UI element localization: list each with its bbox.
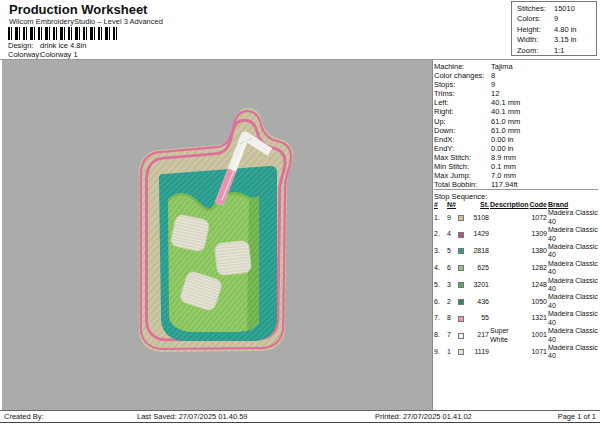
machine-row: Left:40.1 mm	[434, 98, 598, 107]
thread-brand: Madeira Classic 40	[548, 243, 598, 260]
thread-color-swatch	[458, 248, 464, 254]
footer-divider	[0, 410, 600, 411]
thread-color-swatch	[458, 316, 464, 322]
production-worksheet-page: Production Worksheet Wilcom EmbroiderySt…	[0, 0, 600, 424]
seq-num: 5.	[434, 281, 446, 289]
thread-brand: Madeira Classic 40	[548, 293, 598, 310]
thread-brand: Madeira Classic 40	[548, 260, 598, 277]
col-header-brand: Brand	[548, 201, 598, 209]
thread-brand: Madeira Classic 40	[548, 344, 598, 361]
thread-code: 1380	[528, 247, 547, 255]
col-header-stitch: St.	[469, 201, 489, 209]
stitch-count: 3201	[469, 281, 489, 289]
machine-settings-list: Machine:Tajima Color changes:8 Stops:9 T…	[434, 62, 598, 189]
colorway-row: Colorway: Colorway 1	[8, 50, 78, 59]
needle-num: 8	[447, 314, 457, 322]
thread-code: 1071	[528, 348, 547, 356]
stop-sequence-table: # N# St. Description Code Brand 1.951081…	[434, 201, 598, 361]
thread-brand: Madeira Classic 40	[548, 209, 598, 226]
thread-brand: Madeira Classic 40	[548, 226, 598, 243]
stitch-count: 5108	[469, 214, 489, 222]
seq-num: 9.	[434, 348, 446, 356]
seq-num: 3.	[434, 247, 446, 255]
col-header-needle: N#	[447, 201, 457, 209]
embroidery-design	[2, 60, 432, 410]
needle-num: 7	[447, 331, 457, 339]
needle-num: 1	[447, 348, 457, 356]
col-header-num: #	[434, 201, 446, 209]
printed-timestamp: Printed: 27/07/2025 01.41.02	[375, 412, 472, 421]
design-canvas	[2, 60, 433, 410]
stitch-count: 625	[469, 264, 489, 272]
page-number: Page 1 of 1	[558, 412, 596, 421]
machine-row: EndY:0.00 in	[434, 144, 598, 153]
thread-brand: Madeira Classic 40	[548, 310, 598, 327]
col-header-code: Code	[528, 201, 547, 209]
created-by-label: Created By:	[4, 412, 44, 421]
seq-num: 8.	[434, 331, 446, 339]
machine-row: Down:61.0 mm	[434, 126, 598, 135]
seq-num: 2.	[434, 230, 446, 238]
seq-num: 7.	[434, 314, 446, 322]
thread-code: 1072	[528, 214, 547, 222]
page-title: Production Worksheet	[9, 2, 147, 17]
thread-description: Super White	[490, 327, 527, 344]
thread-code: 1309	[528, 230, 547, 238]
seq-num: 6.	[434, 298, 446, 306]
seq-num: 4.	[434, 264, 446, 272]
stitch-count: 1429	[469, 230, 489, 238]
needle-num: 2	[447, 298, 457, 306]
colorway-label: Colorway:	[8, 50, 38, 59]
thread-color-swatch	[458, 265, 464, 271]
machine-row: Machine:Tajima	[434, 62, 598, 71]
thread-brand: Madeira Classic 40	[548, 327, 598, 344]
stitch-count: 217	[469, 331, 489, 339]
stitch-count: 55	[469, 314, 489, 322]
colorway-value: Colorway 1	[40, 50, 78, 59]
thread-color-swatch	[458, 215, 464, 221]
needle-num: 3	[447, 281, 457, 289]
stitch-count: 1119	[469, 348, 489, 356]
thread-code: 1050	[528, 298, 547, 306]
ice-cube	[170, 214, 210, 252]
stat-stitches: Stitches:15010	[517, 4, 596, 14]
thread-code: 1001	[528, 331, 547, 339]
stop-sequence-title: Stop Sequence:	[434, 192, 598, 201]
thread-color-swatch	[458, 282, 464, 288]
design-row: Design: drink ice 4.8in	[8, 41, 86, 50]
ice-cube	[214, 240, 251, 275]
thread-code: 1321	[528, 314, 547, 322]
app-version-subtitle: Wilcom EmbroideryStudio – Level 3 Advanc…	[9, 17, 163, 26]
thread-color-swatch	[458, 299, 464, 305]
thread-color-swatch	[458, 333, 464, 339]
needle-num: 9	[447, 214, 457, 222]
stat-zoom: Zoom:1:1	[517, 46, 596, 56]
machine-info-panel: Machine:Tajima Color changes:8 Stops:9 T…	[434, 60, 598, 410]
machine-row: Right:40.1 mm	[434, 107, 598, 116]
machine-row: Max Jump:7.0 mm	[434, 171, 598, 180]
page-bottom-border	[0, 422, 600, 423]
machine-row: Stops:9	[434, 80, 598, 89]
thread-brand: Madeira Classic 40	[548, 277, 598, 294]
thread-color-swatch	[458, 349, 464, 355]
stat-width: Width:3.15 in	[517, 35, 596, 45]
design-value: drink ice 4.8in	[40, 41, 86, 50]
stop-sequence-section: Stop Sequence: # N# St. Description Code…	[434, 189, 598, 361]
needle-num: 4	[447, 230, 457, 238]
machine-row: Color changes:8	[434, 71, 598, 80]
thread-code: 1282	[528, 264, 547, 272]
col-header-description: Description	[490, 201, 527, 209]
barcode	[8, 27, 120, 40]
machine-row: Min Stitch:0.1 mm	[434, 162, 598, 171]
needle-num: 6	[447, 264, 457, 272]
stitch-count: 436	[469, 298, 489, 306]
stitch-count: 2818	[469, 247, 489, 255]
seq-num: 1.	[434, 214, 446, 222]
needle-num: 5	[447, 247, 457, 255]
last-saved-timestamp: Last Saved: 27/07/2025 01.40.59	[137, 412, 248, 421]
stat-colors: Colors:9	[517, 14, 596, 24]
thread-code: 1248	[528, 281, 547, 289]
machine-row: Max Stitch:8.9 mm	[434, 153, 598, 162]
stat-height: Height:4.80 in	[517, 25, 596, 35]
machine-row: Trims:12	[434, 89, 598, 98]
